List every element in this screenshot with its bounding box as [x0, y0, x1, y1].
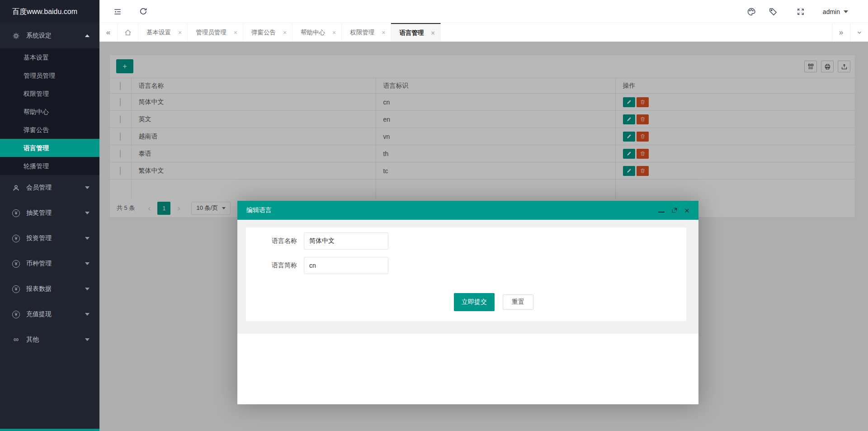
chevron-down-icon [85, 338, 90, 341]
user-icon [12, 184, 20, 192]
edit-language-modal: 编辑语言 语言名称 语言简称 [237, 201, 698, 404]
home-icon [124, 29, 132, 36]
yen-icon [12, 310, 20, 319]
language-code-input[interactable] [304, 257, 388, 274]
modal-title: 编辑语言 [246, 206, 272, 214]
form-buttons: 立即提交 重置 [454, 293, 533, 311]
reset-button[interactable]: 重置 [503, 294, 533, 310]
scroll-tabs-right-icon[interactable] [832, 23, 850, 42]
chevron-down-icon [85, 288, 90, 290]
system-submenu: 基本设置 管理员管理 权限管理 帮助中心 弹窗公告 语言管理 轮播管理 [0, 48, 99, 175]
scroll-tabs-left-icon[interactable] [99, 23, 118, 42]
submit-button[interactable]: 立即提交 [454, 293, 495, 311]
modal-controls [658, 206, 689, 215]
sidebar-item-admin-management[interactable]: 管理员管理 [0, 66, 99, 85]
sidebar-item-permission-management[interactable]: 权限管理 [0, 85, 99, 103]
sidebar-item-currency-management[interactable]: 币种管理 [0, 251, 99, 276]
sidebar-item-report-data[interactable]: 报表数据 [0, 276, 99, 302]
tab-label: 弹窗公告 [251, 28, 276, 37]
close-icon[interactable] [431, 30, 434, 36]
gear-icon [12, 32, 20, 40]
yen-icon [12, 209, 20, 218]
sidebar-item-investment-management[interactable]: 投资管理 [0, 226, 99, 251]
chevron-down-icon [85, 186, 90, 189]
tabbar-spacer [441, 23, 832, 42]
close-icon[interactable] [283, 29, 287, 36]
chevron-down-icon [85, 212, 90, 214]
minimize-icon[interactable] [658, 212, 665, 213]
tab-label: 管理员管理 [196, 28, 226, 37]
edit-language-form: 语言名称 语言简称 立即提交 重置 [246, 227, 686, 321]
sidebar-item-language-management[interactable]: 语言管理 [0, 139, 99, 157]
tab-help-center[interactable]: 帮助中心 [292, 23, 342, 42]
chevron-down-icon [85, 262, 90, 265]
close-icon[interactable] [332, 29, 336, 36]
maximize-icon[interactable] [671, 207, 678, 213]
sidebar-item-label: 会员管理 [26, 184, 52, 192]
form-row-name: 语言名称 [246, 232, 388, 250]
sidebar-item-label: 其他 [26, 336, 39, 344]
modal-form-background: 语言名称 语言简称 立即提交 重置 [237, 220, 698, 334]
home-tab[interactable] [118, 23, 138, 42]
sidebar-item-basic-settings[interactable]: 基本设置 [0, 48, 99, 66]
sidebar-item-system-settings[interactable]: 系统设定 [0, 23, 99, 48]
user-menu[interactable]: admin [823, 0, 848, 23]
chevron-up-icon [85, 34, 90, 37]
form-row-code: 语言简称 [246, 257, 388, 274]
sidebar-item-label: 系统设定 [26, 32, 52, 40]
chevron-down-icon [85, 237, 90, 240]
language-code-label: 语言简称 [246, 261, 297, 270]
sidebar-item-label: 抽奖管理 [26, 209, 52, 217]
sidebar: 百度www.baidu.com 系统设定 基本设置 管理员管理 权限管理 帮助中… [0, 0, 99, 431]
tag-icon[interactable] [769, 7, 778, 16]
close-icon[interactable] [178, 29, 182, 36]
yen-icon [12, 285, 20, 294]
tab-options-icon[interactable] [850, 23, 868, 42]
language-name-input[interactable] [304, 232, 388, 250]
language-name-label: 语言名称 [246, 237, 297, 245]
sidebar-item-popup-announcement[interactable]: 弹窗公告 [0, 121, 99, 139]
close-icon[interactable] [382, 29, 385, 36]
modal-header[interactable]: 编辑语言 [237, 201, 698, 220]
tab-language-management[interactable]: 语言管理 [391, 23, 440, 42]
tab-label: 语言管理 [399, 29, 424, 37]
tab-label: 权限管理 [350, 28, 374, 37]
sidebar-item-help-center[interactable]: 帮助中心 [0, 103, 99, 121]
tab-label: 基本设置 [146, 28, 171, 37]
sidebar-item-carousel-management[interactable]: 轮播管理 [0, 157, 99, 175]
sidebar-item-member-management[interactable]: 会员管理 [0, 175, 99, 200]
sidebar-item-other[interactable]: 其他 [0, 327, 99, 352]
close-icon[interactable] [684, 206, 689, 215]
app-logo: 百度www.baidu.com [0, 0, 99, 23]
tab-label: 帮助中心 [301, 28, 325, 37]
chevron-down-icon [85, 313, 90, 316]
theme-palette-icon[interactable] [747, 7, 756, 16]
collapse-sidebar-icon[interactable] [113, 7, 122, 16]
tab-popup-announcement[interactable]: 弹窗公告 [243, 23, 292, 42]
username: admin [823, 8, 840, 15]
tab-basic-settings[interactable]: 基本设置 [138, 23, 188, 42]
tab-admin-management[interactable]: 管理员管理 [188, 23, 243, 42]
link-icon [12, 336, 20, 344]
fullscreen-icon[interactable] [797, 8, 805, 16]
modal-body: 语言名称 语言简称 立即提交 重置 [237, 220, 698, 404]
topbar: admin [99, 0, 868, 23]
sidebar-item-label: 充值提现 [26, 310, 52, 318]
admin-app: 百度www.baidu.com 系统设定 基本设置 管理员管理 权限管理 帮助中… [0, 0, 868, 431]
close-icon[interactable] [234, 29, 237, 36]
tabbar: 基本设置 管理员管理 弹窗公告 帮助中心 权限管理 语言管理 [99, 23, 868, 42]
yen-icon [12, 260, 20, 268]
chevron-down-icon [844, 10, 848, 13]
refresh-icon[interactable] [139, 7, 148, 16]
tab-permission-management[interactable]: 权限管理 [342, 23, 391, 42]
sidebar-item-deposit-withdrawal[interactable]: 充值提现 [0, 302, 99, 327]
sidebar-item-label: 币种管理 [26, 260, 52, 268]
yen-icon [12, 234, 20, 243]
sidebar-item-lottery-management[interactable]: 抽奖管理 [0, 200, 99, 226]
sidebar-item-label: 投资管理 [26, 234, 52, 242]
sidebar-item-label: 报表数据 [26, 285, 52, 293]
